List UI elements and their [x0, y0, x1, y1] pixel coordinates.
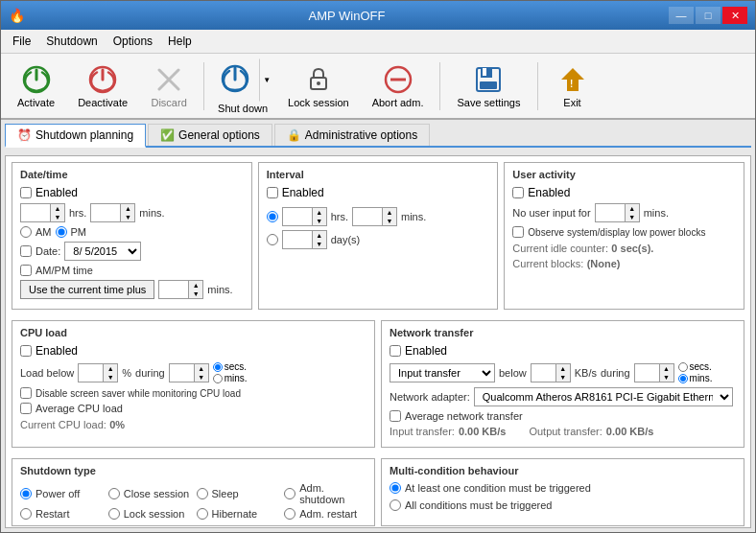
sleep-radio[interactable] — [197, 488, 208, 499]
minutes-up[interactable]: ▲ — [121, 204, 134, 213]
current-blocks-label: Current blocks: — [512, 258, 583, 269]
tab-general-options[interactable]: ✅ General options — [148, 124, 272, 146]
maximize-button[interactable]: □ — [696, 7, 721, 24]
close-button[interactable]: ✕ — [722, 7, 747, 24]
interval-minutes-input[interactable]: 15 — [353, 208, 382, 225]
datetime-enabled-checkbox[interactable] — [20, 187, 32, 198]
shutdown-dropdown-arrow[interactable]: ▼ — [259, 58, 274, 102]
interval-enabled-checkbox[interactable] — [267, 187, 278, 198]
interval-days-up[interactable]: ▲ — [313, 231, 326, 240]
net-below-up[interactable]: ▲ — [556, 364, 570, 373]
hours-spinbox[interactable]: 12 ▲ ▼ — [20, 203, 65, 222]
interval-minutes-down[interactable]: ▼ — [383, 217, 396, 225]
net-mins-radio[interactable] — [678, 374, 688, 383]
minutes-down[interactable]: ▼ — [121, 213, 134, 221]
during-up[interactable]: ▲ — [195, 364, 208, 373]
interval-days-input[interactable]: 1 — [283, 231, 312, 248]
interval-days-spinbox[interactable]: 1 ▲ ▼ — [282, 230, 327, 249]
minutes-input[interactable]: 00 — [91, 204, 120, 221]
interval-hours-input[interactable]: 0 — [283, 208, 312, 225]
shutdown-icon — [220, 63, 250, 97]
close-session-radio[interactable] — [108, 488, 120, 499]
tab-admin-options[interactable]: 🔒 Administrative options — [274, 124, 430, 146]
interval-hours-up[interactable]: ▲ — [313, 208, 326, 217]
no-user-input-input[interactable]: 5 — [596, 204, 625, 221]
disable-screensaver-checkbox[interactable] — [20, 387, 32, 399]
all-conditions-radio[interactable] — [390, 499, 401, 511]
interval-minutes-spinbox[interactable]: 15 ▲ ▼ — [352, 207, 397, 226]
net-below-down[interactable]: ▼ — [556, 373, 570, 382]
save-settings-button[interactable]: Save settings — [446, 59, 531, 113]
menu-options[interactable]: Options — [106, 32, 160, 51]
minutes-spinbox[interactable]: 00 ▲ ▼ — [90, 203, 135, 222]
no-user-input-up[interactable]: ▲ — [626, 204, 639, 213]
restart-radio[interactable] — [20, 508, 32, 520]
abort-adm-label: Abort adm. — [372, 97, 424, 108]
plus-mins-input[interactable]: 30 — [159, 281, 188, 298]
load-below-input[interactable]: 1 — [79, 364, 103, 382]
adapter-select[interactable]: Qualcomm Atheros AR8161 PCI-E Gigabit Et… — [474, 387, 733, 406]
net-below-spinbox[interactable]: 3 ▲ ▼ — [531, 363, 571, 382]
avg-network-checkbox[interactable] — [390, 410, 401, 422]
exit-button[interactable]: ! Exit — [544, 59, 602, 113]
observe-checkbox[interactable] — [512, 226, 524, 238]
interval-minutes-up[interactable]: ▲ — [383, 208, 396, 217]
abort-adm-button[interactable]: Abort adm. — [362, 59, 435, 113]
plus-mins-spinbox[interactable]: 30 ▲ ▼ — [158, 280, 203, 299]
cpu-enabled-checkbox[interactable] — [20, 345, 32, 357]
during-input[interactable]: 10 — [170, 364, 194, 382]
hours-input[interactable]: 12 — [21, 204, 50, 221]
network-enabled-checkbox[interactable] — [390, 345, 401, 357]
ampm-time-checkbox[interactable] — [20, 265, 32, 276]
interval-hours-down[interactable]: ▼ — [313, 217, 326, 225]
net-during-input[interactable]: 5 — [635, 364, 659, 382]
pm-radio[interactable] — [56, 226, 67, 238]
load-below-up[interactable]: ▲ — [104, 364, 117, 373]
plus-mins-up[interactable]: ▲ — [189, 281, 202, 290]
hibernate-radio[interactable] — [197, 508, 208, 520]
activate-button[interactable]: Activate — [7, 59, 65, 113]
hours-down[interactable]: ▼ — [51, 213, 64, 221]
interval-hrs-radio[interactable] — [267, 211, 278, 222]
transfer-type-select[interactable]: Input transfer Output transfer Both — [390, 363, 495, 382]
menu-file[interactable]: File — [5, 32, 38, 51]
avg-network-label: Average network transfer — [405, 410, 523, 422]
during-down[interactable]: ▼ — [195, 373, 208, 382]
date-checkbox[interactable] — [20, 245, 32, 257]
cpu-secs-radio[interactable] — [213, 362, 223, 372]
tab-shutdown-planning[interactable]: ⏰ Shutdown planning — [5, 124, 146, 148]
avg-cpu-checkbox[interactable] — [20, 403, 32, 414]
no-user-input-spinbox[interactable]: 5 ▲ ▼ — [595, 203, 640, 222]
interval-days-radio[interactable] — [267, 234, 278, 245]
lock-session-button[interactable]: Lock session — [277, 59, 360, 113]
minimize-button[interactable]: — — [669, 7, 694, 24]
current-time-button[interactable]: Use the current time plus — [20, 280, 154, 299]
interval-days-down[interactable]: ▼ — [313, 240, 326, 248]
date-select[interactable]: 8/ 5/2015 — [64, 242, 141, 261]
adm-restart-radio[interactable] — [284, 508, 295, 520]
net-below-input[interactable]: 3 — [532, 364, 555, 382]
power-off-radio[interactable] — [20, 488, 32, 499]
cpu-mins-radio[interactable] — [213, 374, 223, 383]
menu-help[interactable]: Help — [160, 32, 200, 51]
load-below-spinbox[interactable]: 1 ▲ ▼ — [78, 363, 118, 382]
discard-button[interactable]: Discard — [140, 59, 198, 113]
interval-hours-spinbox[interactable]: 0 ▲ ▼ — [282, 207, 327, 226]
hours-up[interactable]: ▲ — [51, 204, 64, 213]
shutdown-button[interactable] — [211, 58, 259, 102]
no-user-input-down[interactable]: ▼ — [626, 213, 639, 221]
load-below-down[interactable]: ▼ — [104, 373, 117, 382]
net-during-down[interactable]: ▼ — [660, 373, 673, 382]
adm-shutdown-radio[interactable] — [284, 488, 295, 499]
menu-shutdown[interactable]: Shutdown — [38, 32, 105, 51]
lock-session-type-radio[interactable] — [108, 508, 120, 520]
plus-mins-down[interactable]: ▼ — [189, 290, 202, 298]
deactivate-button[interactable]: Deactivate — [67, 59, 138, 113]
during-spinbox[interactable]: 10 ▲ ▼ — [169, 363, 209, 382]
net-during-spinbox[interactable]: 5 ▲ ▼ — [634, 363, 674, 382]
at-least-one-radio[interactable] — [390, 482, 401, 494]
net-secs-radio[interactable] — [678, 362, 688, 372]
user-activity-enabled-checkbox[interactable] — [512, 187, 524, 198]
am-radio[interactable] — [20, 226, 32, 238]
net-during-up[interactable]: ▲ — [660, 364, 673, 373]
